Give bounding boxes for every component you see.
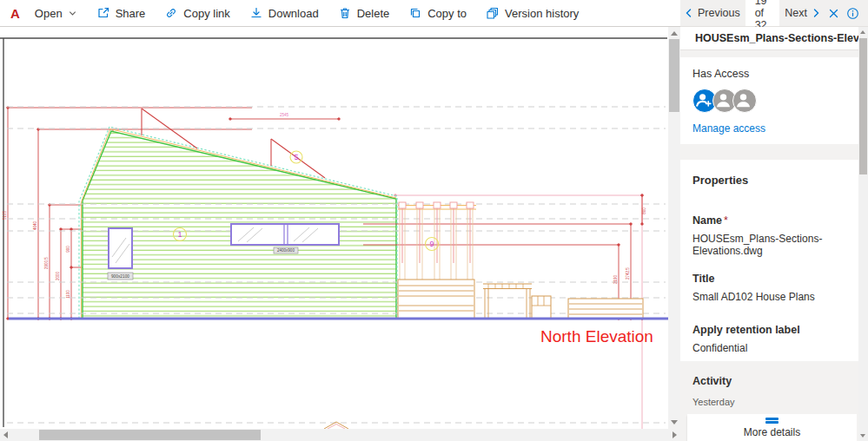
dim-label: 2742.5 — [626, 267, 630, 280]
name-label-text: Name — [692, 214, 722, 227]
dim-label: 5105 — [3, 210, 7, 220]
info-icon — [846, 7, 859, 20]
info-button[interactable] — [843, 0, 863, 26]
more-details-label: More details — [744, 426, 800, 438]
scroll-up-arrow[interactable] — [671, 31, 678, 36]
house-elevation — [79, 127, 397, 319]
scroll-left-arrow[interactable] — [3, 431, 8, 438]
retention-field-value[interactable]: Confidential — [692, 342, 846, 354]
has-access-heading: Has Access — [692, 68, 846, 80]
panel-scroll-thumb[interactable] — [859, 38, 867, 174]
close-button[interactable] — [825, 0, 843, 26]
garden-structures — [398, 280, 643, 319]
copy-to-button[interactable]: Copy to — [399, 0, 476, 26]
properties-section: Properties Name* HOUSEsm_Plans-Sections-… — [680, 160, 858, 361]
person-add-icon — [693, 89, 713, 109]
download-button[interactable]: Download — [240, 0, 328, 26]
callout-label: 5 — [294, 153, 298, 161]
share-icon — [96, 6, 110, 20]
download-icon — [249, 6, 263, 20]
section-divider — [680, 144, 858, 160]
close-icon — [828, 8, 839, 19]
avatar[interactable] — [732, 89, 757, 113]
share-button[interactable]: Share — [87, 0, 156, 26]
file-title: HOUSEsm_Plans-Sections-Elevation... — [695, 32, 858, 44]
drawing-caption: North Elevation — [540, 327, 653, 346]
title-field-value[interactable]: Small AD102 House Plans — [692, 291, 846, 303]
delete-button[interactable]: Delete — [328, 0, 400, 26]
open-label: Open — [35, 7, 63, 20]
panel-scrollbar[interactable] — [858, 27, 868, 441]
open-button[interactable]: Open — [25, 0, 87, 26]
chevron-down-icon — [68, 9, 77, 18]
vertical-scroll-thumb[interactable] — [669, 39, 679, 112]
copy-icon — [408, 6, 422, 20]
share-label: Share — [116, 7, 146, 20]
details-panel: HOUSEsm_Plans-Sections-Elevation... Has … — [680, 27, 868, 441]
access-avatars — [692, 89, 846, 113]
name-field-label: Name* — [692, 214, 846, 227]
app-window: A Open Share Copy link — [0, 0, 868, 441]
name-field-value[interactable]: HOUSEsm_Plans-Sections-Elevations.dwg — [692, 233, 846, 257]
previous-button[interactable]: Previous — [680, 0, 744, 26]
version-history-icon — [486, 6, 500, 20]
callout-label: 9 — [429, 240, 434, 248]
previous-label: Previous — [698, 7, 740, 19]
file-title-row[interactable]: HOUSEsm_Plans-Sections-Elevation... — [680, 27, 858, 50]
scroll-down-arrow[interactable] — [671, 420, 678, 425]
dimension-roof: 2545 — [230, 113, 339, 119]
required-asterisk: * — [724, 214, 728, 227]
chevron-left-icon — [684, 8, 694, 18]
dim-label: 2000 — [56, 271, 60, 280]
dim-label: 1100 — [66, 290, 70, 299]
autocad-file-type-icon: A — [0, 6, 25, 21]
chevron-right-icon — [811, 8, 821, 18]
pergola — [398, 202, 476, 280]
window-tag: 900x2100 — [111, 274, 129, 279]
section-divider — [680, 50, 858, 57]
next-label: Next — [785, 7, 807, 19]
dim-label: 2900.5 — [44, 257, 49, 269]
copy-link-label: Copy link — [183, 7, 229, 20]
preview-pager: Previous 19 of 32 Next — [680, 0, 868, 27]
activity-group-label: Yesterday — [692, 397, 846, 407]
next-button[interactable]: Next — [781, 0, 825, 26]
command-bar: A Open Share Copy link — [0, 0, 680, 27]
dim-label: 2190 — [613, 274, 618, 284]
copy-link-button[interactable]: Copy link — [155, 0, 239, 26]
properties-heading: Properties — [692, 174, 846, 187]
manage-access-link[interactable]: Manage access — [692, 122, 765, 135]
more-details-bar[interactable]: More details — [687, 414, 857, 441]
preview-horizontal-scrollbar[interactable] — [0, 429, 680, 441]
title-field-label: Title — [692, 273, 846, 285]
version-history-label: Version history — [505, 7, 579, 20]
dim-label: 2545 — [280, 113, 289, 117]
section-divider — [680, 361, 858, 370]
version-history-button[interactable]: Version history — [476, 0, 588, 26]
scroll-right-arrow[interactable] — [673, 431, 677, 438]
download-label: Download — [268, 7, 319, 20]
callout-label: 1 — [177, 230, 182, 239]
retention-field-label: Apply retention label — [692, 324, 846, 336]
horizontal-scroll-thumb[interactable] — [39, 430, 261, 440]
scroll-up-arrow[interactable] — [860, 30, 865, 34]
copy-to-label: Copy to — [427, 7, 467, 20]
cad-drawing: 900x2100 2400x900 — [0, 27, 668, 429]
page-counter: 19 of 32 — [745, 0, 780, 26]
document-preview-canvas[interactable]: 900x2100 2400x900 — [0, 27, 668, 429]
expand-handle-icon — [765, 417, 779, 425]
dim-label: 900 — [66, 246, 70, 253]
person-icon — [733, 89, 753, 109]
dim-label: 800 — [642, 207, 646, 214]
delete-label: Delete — [357, 7, 390, 20]
trash-icon — [338, 6, 352, 20]
link-icon — [164, 6, 178, 20]
activity-heading: Activity — [692, 375, 846, 387]
preview-vertical-scrollbar[interactable] — [668, 27, 680, 429]
dim-label: 4640 — [33, 220, 37, 230]
scroll-down-arrow[interactable] — [860, 434, 865, 438]
has-access-section: Has Access — [680, 57, 858, 144]
person-icon — [713, 89, 733, 109]
window-tag: 2400x900 — [277, 248, 295, 253]
